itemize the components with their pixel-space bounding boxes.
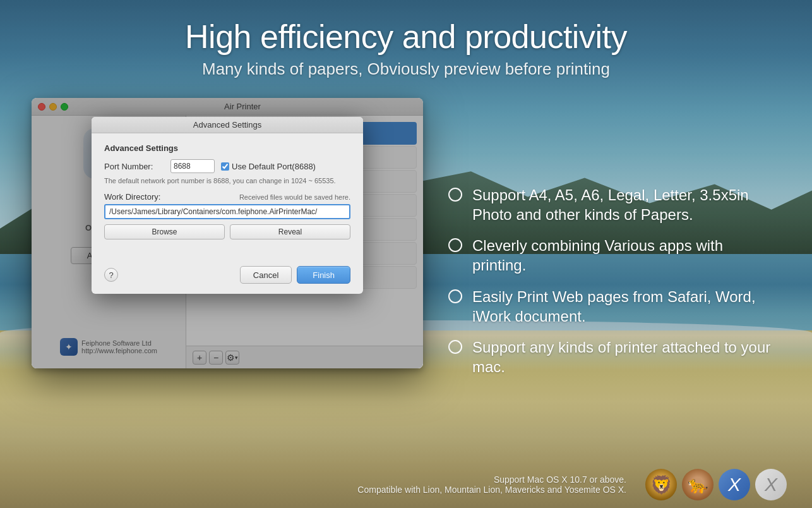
dialog-title: Advanced Settings [193, 120, 261, 130]
port-hint: The default network port number is 8688,… [104, 177, 350, 184]
port-row: Port Number: Use Default Port(8688) [104, 159, 350, 173]
browse-button[interactable]: Browse [104, 224, 225, 239]
dialog-section-title: Advanced Settings [104, 143, 350, 153]
workdir-hint: Received files would be saved here. [239, 193, 350, 201]
header: High efficiency and productivity Many ki… [0, 0, 812, 92]
feature-item-2: Cleverly combining Various apps with pri… [448, 236, 774, 275]
checkbox-label[interactable]: Use Default Port(8688) [221, 162, 316, 171]
compatible-text: Compatible with Lion, Mountain Lion, Mav… [357, 485, 626, 495]
dialog-titlebar: Advanced Settings [92, 117, 363, 133]
dialog-body: Advanced Settings Port Number: Use Defau… [92, 133, 363, 260]
page-subtitle: Many kinds of papers, Obviously preview … [0, 59, 812, 79]
feature-text-3: Easily Print Web pages from Safari, Word… [472, 287, 774, 326]
reveal-button[interactable]: Reveal [230, 224, 350, 239]
page-title: High efficiency and productivity [0, 18, 812, 56]
use-default-port-checkbox[interactable] [221, 162, 229, 171]
port-label: Port Number: [104, 162, 164, 171]
feature-item-4: Support any kinds of printer attached to… [448, 337, 774, 377]
left-panel: Air Printer Air P [19, 98, 423, 464]
finish-button[interactable]: Finish [297, 266, 350, 284]
cancel-button[interactable]: Cancel [240, 266, 292, 284]
right-panel: Support A4, A5, A6, Legal, Letter, 3.5x5… [423, 98, 793, 464]
checkbox-text: Use Default Port(8688) [232, 162, 316, 171]
feature-circle-1 [448, 188, 462, 202]
feature-item-3: Easily Print Web pages from Safari, Word… [448, 287, 774, 326]
feature-item-1: Support A4, A5, A6, Legal, Letter, 3.5x5… [448, 185, 774, 224]
workdir-row: Work Directory: Received files would be … [104, 192, 350, 202]
browse-reveal-row: Browse Reveal [104, 224, 350, 239]
os-icon-mavericks: X [719, 469, 750, 500]
os-icons: 🦁 🐆 X X [645, 469, 787, 500]
workdir-label: Work Directory: [104, 192, 160, 202]
dialog-overlay: Advanced Settings Advanced Settings Port… [32, 98, 423, 368]
os-icon-mountain-lion: 🐆 [682, 469, 713, 500]
feature-circle-4 [448, 340, 462, 354]
advanced-settings-dialog: Advanced Settings Advanced Settings Port… [92, 117, 363, 294]
mac-window: Air Printer Air P [32, 98, 423, 368]
footer-buttons: Cancel Finish [240, 266, 350, 284]
feature-circle-2 [448, 238, 462, 252]
workdir-input[interactable] [104, 204, 350, 219]
dialog-footer: ? Cancel Finish [92, 260, 363, 294]
feature-text-1: Support A4, A5, A6, Legal, Letter, 3.5x5… [472, 185, 774, 224]
os-icon-yosemite: X [755, 469, 787, 500]
feature-circle-3 [448, 289, 462, 303]
bottom-bar: Support Mac OS X 10.7 or above. Compatib… [0, 464, 812, 508]
os-icon-lion: 🦁 [645, 469, 677, 500]
feature-text-4: Support any kinds of printer attached to… [472, 337, 774, 377]
bottom-text-area: Support Mac OS X 10.7 or above. Compatib… [357, 475, 626, 495]
feature-text-2: Cleverly combining Various apps with pri… [472, 236, 774, 275]
support-text: Support Mac OS X 10.7 or above. [357, 475, 626, 485]
help-button[interactable]: ? [104, 268, 118, 282]
port-input[interactable] [170, 159, 215, 173]
